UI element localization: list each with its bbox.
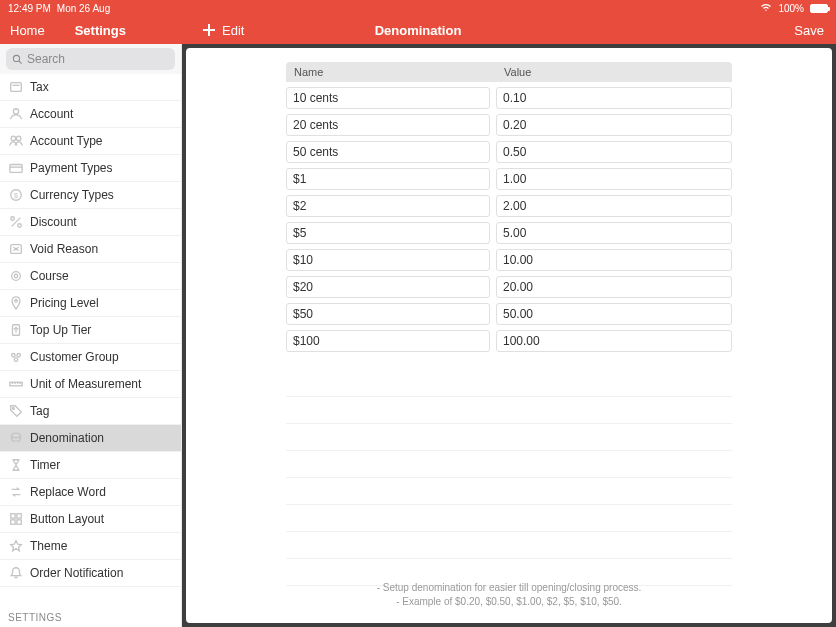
sidebar-item-label: Account bbox=[30, 107, 73, 121]
settings-title: Settings bbox=[45, 23, 126, 38]
tax-icon bbox=[8, 79, 24, 95]
status-bar: 12:49 PM Mon 26 Aug 100% bbox=[0, 0, 836, 16]
sidebar-item-unit-of-measurement[interactable]: Unit of Measurement bbox=[0, 371, 181, 398]
sidebar-item-void-reason[interactable]: Void Reason bbox=[0, 236, 181, 263]
sidebar-item-customer-group[interactable]: Customer Group bbox=[0, 344, 181, 371]
sidebar-item-label: Replace Word bbox=[30, 485, 106, 499]
table-row: $2020.00 bbox=[286, 271, 732, 298]
sidebar-item-denomination[interactable]: Denomination bbox=[0, 425, 181, 452]
replace-icon bbox=[8, 484, 24, 500]
table-row: $100100.00 bbox=[286, 325, 732, 352]
table-row: 10 cents0.10 bbox=[286, 82, 732, 109]
group-icon bbox=[8, 349, 24, 365]
search-placeholder: Search bbox=[27, 52, 65, 66]
edit-button[interactable]: Edit bbox=[182, 23, 244, 38]
table-row: $11.00 bbox=[286, 163, 732, 190]
denomination-name-input[interactable]: $2 bbox=[286, 195, 490, 217]
denomination-value-input[interactable]: 100.00 bbox=[496, 330, 732, 352]
denomination-name-input[interactable]: $50 bbox=[286, 303, 490, 325]
bell-icon bbox=[8, 565, 24, 581]
denomination-name-input[interactable]: $20 bbox=[286, 276, 490, 298]
table-row: $55.00 bbox=[286, 217, 732, 244]
sidebar-item-label: Payment Types bbox=[30, 161, 113, 175]
ruler-icon bbox=[8, 376, 24, 392]
footer-note: - Setup denomination for easier till ope… bbox=[186, 581, 832, 609]
denomination-name-input[interactable]: $1 bbox=[286, 168, 490, 190]
sidebar-item-tax[interactable]: Tax bbox=[0, 74, 181, 101]
svg-rect-36 bbox=[11, 520, 15, 524]
sidebar-item-currency-types[interactable]: $Currency Types bbox=[0, 182, 181, 209]
svg-rect-34 bbox=[11, 514, 15, 518]
sidebar-item-tag[interactable]: Tag bbox=[0, 398, 181, 425]
sidebar-item-label: Pricing Level bbox=[30, 296, 99, 310]
denomination-value-input[interactable]: 0.20 bbox=[496, 114, 732, 136]
table-row: $1010.00 bbox=[286, 244, 732, 271]
empty-row bbox=[286, 370, 732, 397]
denomination-value-input[interactable]: 0.50 bbox=[496, 141, 732, 163]
svg-point-20 bbox=[14, 274, 18, 278]
svg-rect-35 bbox=[17, 514, 21, 518]
hourglass-icon bbox=[8, 457, 24, 473]
sidebar-item-account[interactable]: Account bbox=[0, 101, 181, 128]
content-area: Name Value 10 cents0.1020 cents0.2050 ce… bbox=[182, 44, 836, 627]
svg-point-21 bbox=[15, 300, 18, 303]
sidebar-item-label: Tax bbox=[30, 80, 49, 94]
empty-row bbox=[286, 532, 732, 559]
sidebar-item-button-layout[interactable]: Button Layout bbox=[0, 506, 181, 533]
denomination-name-input[interactable]: 50 cents bbox=[286, 141, 490, 163]
sidebar-item-top-up-tier[interactable]: Top Up Tier bbox=[0, 317, 181, 344]
denomination-value-input[interactable]: 50.00 bbox=[496, 303, 732, 325]
denomination-value-input[interactable]: 10.00 bbox=[496, 249, 732, 271]
denomination-value-input[interactable]: 2.00 bbox=[496, 195, 732, 217]
sidebar-item-theme[interactable]: Theme bbox=[0, 533, 181, 560]
save-button[interactable]: Save bbox=[794, 23, 836, 38]
edit-label: Edit bbox=[222, 23, 244, 38]
search-input[interactable]: Search bbox=[6, 48, 175, 70]
svg-text:$: $ bbox=[14, 192, 18, 199]
table-row: $5050.00 bbox=[286, 298, 732, 325]
sidebar-item-payment-types[interactable]: Payment Types bbox=[0, 155, 181, 182]
sidebar-item-label: Discount bbox=[30, 215, 77, 229]
svg-point-8 bbox=[16, 136, 20, 140]
denomination-value-input[interactable]: 5.00 bbox=[496, 222, 732, 244]
table-row: 50 cents0.50 bbox=[286, 136, 732, 163]
currency-icon: $ bbox=[8, 187, 24, 203]
footer-line2: - Example of $0.20, $0.50, $1.00, $2, $5… bbox=[186, 595, 832, 609]
plus-icon bbox=[202, 23, 216, 37]
denomination-name-input[interactable]: $10 bbox=[286, 249, 490, 271]
sidebar-item-replace-word[interactable]: Replace Word bbox=[0, 479, 181, 506]
denomination-value-input[interactable]: 20.00 bbox=[496, 276, 732, 298]
table-header: Name Value bbox=[286, 62, 732, 82]
sidebar-item-label: Timer bbox=[30, 458, 60, 472]
svg-point-2 bbox=[13, 55, 19, 61]
pin-icon bbox=[8, 295, 24, 311]
sidebar-item-course[interactable]: Course bbox=[0, 263, 181, 290]
home-button[interactable]: Home bbox=[0, 23, 45, 38]
sidebar-section-header: SETTINGS bbox=[0, 604, 181, 627]
sidebar-item-pricing-level[interactable]: Pricing Level bbox=[0, 290, 181, 317]
sidebar-item-discount[interactable]: Discount bbox=[0, 209, 181, 236]
search-icon bbox=[12, 54, 23, 65]
svg-point-7 bbox=[11, 136, 15, 140]
battery-icon bbox=[810, 4, 828, 13]
denomination-name-input[interactable]: $5 bbox=[286, 222, 490, 244]
user-icon bbox=[8, 106, 24, 122]
sidebar-item-label: Currency Types bbox=[30, 188, 114, 202]
denomination-value-input[interactable]: 1.00 bbox=[496, 168, 732, 190]
denomination-name-input[interactable]: 10 cents bbox=[286, 87, 490, 109]
header-name: Name bbox=[286, 66, 496, 78]
sidebar-item-account-type[interactable]: Account Type bbox=[0, 128, 181, 155]
void-icon bbox=[8, 241, 24, 257]
sidebar-item-order-notification[interactable]: Order Notification bbox=[0, 560, 181, 587]
card-icon bbox=[8, 160, 24, 176]
svg-point-6 bbox=[13, 109, 18, 114]
wifi-icon bbox=[760, 3, 772, 14]
denomination-name-input[interactable]: 20 cents bbox=[286, 114, 490, 136]
footer-line1: - Setup denomination for easier till ope… bbox=[186, 581, 832, 595]
sidebar-item-timer[interactable]: Timer bbox=[0, 452, 181, 479]
table-row: $22.00 bbox=[286, 190, 732, 217]
svg-rect-9 bbox=[10, 165, 22, 173]
denomination-value-input[interactable]: 0.10 bbox=[496, 87, 732, 109]
denomination-name-input[interactable]: $100 bbox=[286, 330, 490, 352]
nav-bar: Home Settings Edit Denomination Save bbox=[0, 16, 836, 44]
